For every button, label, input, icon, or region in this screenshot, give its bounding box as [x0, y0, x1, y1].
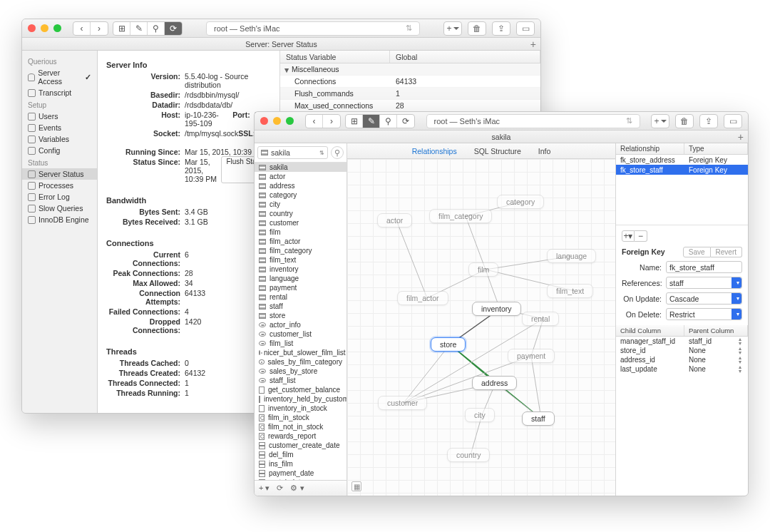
sidebar-item-slow-queries[interactable]: Slow Queries — [22, 203, 97, 214]
search-icon[interactable]: ⚲ — [380, 115, 397, 128]
revert-button[interactable]: Revert — [711, 247, 742, 257]
node-film_actor[interactable]: film_actor — [397, 291, 448, 305]
fk-ondelete-select[interactable]: Restrict — [666, 308, 742, 320]
node-store[interactable]: store — [431, 337, 466, 352]
column-row[interactable]: last_updateNone▴▾ — [616, 364, 748, 374]
zoom-icon[interactable] — [286, 117, 294, 125]
sidebar-item-innodb-engine[interactable]: InnoDB Engine — [22, 214, 97, 225]
db-item-film_text[interactable]: film_text — [255, 255, 346, 265]
db-item-del_film[interactable]: del_film — [255, 450, 346, 459]
column-row[interactable]: manager_staff_idstaff_id▴▾ — [616, 337, 748, 346]
remove-rel-button[interactable]: − — [635, 230, 647, 242]
node-country[interactable]: country — [447, 448, 490, 462]
db-item-rewards_report[interactable]: rewards_report — [255, 431, 346, 441]
db-item-inventory_held_by_customer[interactable]: inventory_held_by_customer — [255, 394, 346, 404]
db-item-film_actor[interactable]: film_actor — [255, 237, 346, 246]
sidebar-item-error-log[interactable]: Error Log — [22, 191, 97, 203]
window-title[interactable]: root — Seth's iMac ⇅ — [206, 21, 420, 36]
sidebar-item-processes[interactable]: Processes — [22, 180, 97, 191]
subbar-add-icon[interactable]: + — [738, 131, 744, 143]
db-item-film_in_stock[interactable]: film_in_stock — [255, 413, 346, 422]
db-item-staff[interactable]: staff — [255, 302, 346, 311]
grid-icon[interactable]: ⊞ — [346, 115, 363, 128]
node-city[interactable]: city — [465, 408, 495, 422]
close-icon[interactable] — [28, 24, 36, 32]
minimize-icon[interactable] — [41, 24, 48, 32]
tab-info[interactable]: Info — [538, 147, 551, 155]
db-item-city[interactable]: city — [255, 200, 346, 209]
db-item-customer[interactable]: customer — [255, 218, 346, 227]
reload-icon[interactable]: ⟳ — [277, 484, 283, 493]
db-item-payment_date[interactable]: payment_date — [255, 469, 346, 478]
col-child-column[interactable]: Child Column — [616, 325, 684, 336]
db-item-actor_info[interactable]: actor_info — [255, 320, 346, 329]
tab-sql-structure[interactable]: SQL Structure — [474, 147, 521, 155]
refresh-icon[interactable]: ⟳ — [165, 22, 182, 35]
sidebar-item-events[interactable]: Events — [22, 122, 97, 133]
db-item-category[interactable]: category — [255, 190, 346, 200]
node-category[interactable]: category — [497, 195, 544, 209]
sidebar-item-transcript[interactable]: Transcript — [22, 87, 97, 98]
node-payment[interactable]: payment — [508, 349, 555, 363]
fk-name-input[interactable]: fk_store_staff — [666, 261, 742, 273]
tab-relationships[interactable]: Relationships — [412, 147, 457, 155]
db-item-customer_list[interactable]: customer_list — [255, 329, 346, 339]
subbar-add-icon[interactable]: + — [530, 39, 536, 50]
pencil-icon[interactable]: ✎ — [363, 115, 380, 128]
fk-ref-select[interactable]: staff — [666, 277, 742, 289]
window-title[interactable]: root — Seth's iMac ⇅ — [426, 114, 640, 128]
col-global[interactable]: Global — [390, 51, 540, 63]
node-address[interactable]: address — [472, 376, 517, 390]
trash-icon[interactable]: 🗑 — [675, 114, 694, 128]
export-icon[interactable]: ⇪ — [699, 114, 718, 128]
col-status-variable[interactable]: Status Variable — [280, 51, 390, 63]
relationship-canvas[interactable]: ▦ actorfilm_categorycategorylanguagefilm… — [347, 159, 615, 496]
search-icon[interactable]: ⚲ — [148, 22, 165, 35]
db-item-film_category[interactable]: film_category — [255, 246, 346, 255]
db-item-nicer_but_slower_film_list[interactable]: nicer_but_slower_film_list — [255, 348, 346, 357]
node-film[interactable]: film — [468, 262, 498, 277]
db-item-country[interactable]: country — [255, 209, 346, 218]
gear-icon[interactable]: ⚙ ▾ — [290, 484, 304, 493]
db-item-staff_list[interactable]: staff_list — [255, 376, 346, 385]
minimize-icon[interactable] — [273, 117, 281, 125]
export-icon[interactable]: ⇪ — [492, 21, 510, 36]
relationship-row[interactable]: fk_store_addressForeign Key — [616, 155, 748, 165]
db-item-store[interactable]: store — [255, 311, 346, 320]
db-item-film_not_in_stock[interactable]: film_not_in_stock — [255, 422, 346, 431]
sidebar-item-config[interactable]: Config — [22, 145, 97, 156]
db-item-ins_film[interactable]: ins_film — [255, 459, 346, 469]
col-parent-column[interactable]: Parent Column — [684, 325, 748, 336]
db-item-get_customer_balance[interactable]: get_customer_balance — [255, 385, 346, 394]
db-item-actor[interactable]: actor — [255, 172, 346, 181]
db-item-inventory_in_stock[interactable]: inventory_in_stock — [255, 404, 346, 413]
back-button[interactable]: ‹ — [306, 115, 323, 128]
close-icon[interactable] — [260, 117, 268, 125]
db-selector[interactable]: sakila⇅ — [257, 146, 328, 159]
forward-button[interactable]: › — [323, 115, 340, 128]
back-button[interactable]: ‹ — [73, 22, 91, 35]
db-item-film[interactable]: film — [255, 227, 346, 237]
node-actor[interactable]: actor — [377, 213, 412, 227]
column-row[interactable]: store_idNone▴▾ — [616, 346, 748, 355]
node-film_text[interactable]: film_text — [547, 284, 593, 298]
col-relationship[interactable]: Relationship — [616, 143, 684, 154]
column-row[interactable]: address_idNone▴▾ — [616, 355, 748, 364]
db-item-address[interactable]: address — [255, 181, 346, 190]
node-staff[interactable]: staff — [522, 411, 555, 426]
db-item-sales_by_film_category[interactable]: sales_by_film_category — [255, 357, 346, 367]
db-item-rental[interactable]: rental — [255, 292, 346, 302]
toolbar-icon[interactable]: ▭ — [724, 114, 742, 128]
sidebar-item-users[interactable]: Users — [22, 111, 97, 122]
grid-icon[interactable]: ⊞ — [113, 22, 130, 35]
add-rel-button[interactable]: +▾ — [622, 230, 635, 242]
table-row[interactable]: Connections64133 — [280, 76, 540, 88]
refresh-icon[interactable]: ⟳ — [397, 115, 414, 128]
node-rental[interactable]: rental — [522, 312, 559, 326]
canvas-corner-icon[interactable]: ▦ — [351, 481, 361, 491]
pencil-icon[interactable]: ✎ — [130, 22, 148, 35]
trash-icon[interactable]: 🗑 — [468, 21, 486, 36]
db-item-language[interactable]: language — [255, 274, 346, 283]
db-item-sales_by_store[interactable]: sales_by_store — [255, 367, 346, 376]
db-item-film_list[interactable]: film_list — [255, 339, 346, 348]
